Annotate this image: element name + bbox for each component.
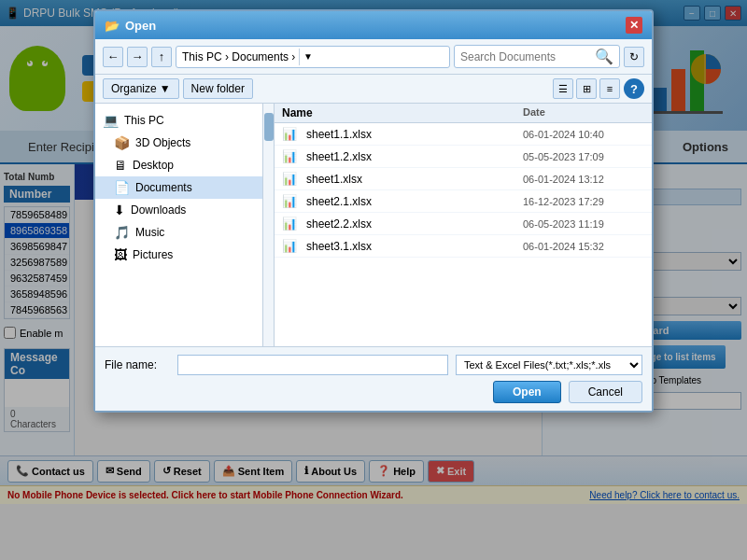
- dialog-title-text: Open: [125, 19, 156, 33]
- breadcrumb: This PC › Documents › ▼: [176, 46, 450, 68]
- excel-icon: 📊: [282, 149, 301, 163]
- file-list: Name Date 📊 sheet1.1.xlsx 06-01-2024 10:…: [275, 104, 652, 346]
- dialog-footer: File name: Text & Excel Files(*.txt;*.xl…: [95, 346, 652, 411]
- file-row[interactable]: 📊 sheet1.1.xlsx 06-01-2024 10:40: [275, 123, 652, 146]
- file-row[interactable]: 📊 sheet3.1.xlsx 06-01-2024 15:32: [275, 235, 652, 258]
- excel-icon: 📊: [282, 172, 301, 186]
- back-button[interactable]: ←: [103, 47, 123, 67]
- breadcrumb-dropdown[interactable]: ▼: [299, 49, 316, 65]
- file-row[interactable]: 📊 sheet1.xlsx 06-01-2024 13:12: [275, 168, 652, 190]
- file-name: sheet1.xlsx: [306, 173, 523, 186]
- scroll-thumb: [264, 113, 274, 141]
- excel-icon: 📊: [282, 239, 301, 253]
- file-name: sheet2.2.xlsx: [306, 217, 523, 231]
- dialog-overlay: 📂 Open ✕ ← → ↑ This PC › Documents › ▼ 🔍…: [0, 0, 747, 560]
- tree-item-pictures[interactable]: 🖼 Pictures: [95, 244, 262, 266]
- file-name: sheet3.1.xlsx: [306, 240, 523, 253]
- tree-label-downloads: Downloads: [131, 203, 186, 217]
- file-date: 06-01-2024 10:40: [523, 129, 644, 140]
- excel-icon: 📊: [282, 217, 301, 231]
- excel-icon: 📊: [282, 194, 301, 208]
- tree-item-music[interactable]: 🎵 Music: [95, 221, 262, 244]
- tree-label-music: Music: [135, 226, 164, 239]
- dialog-titlebar: 📂 Open ✕: [95, 11, 652, 39]
- forward-button[interactable]: →: [127, 47, 148, 67]
- new-folder-button[interactable]: New folder: [183, 78, 253, 99]
- tree-label-desktop: Desktop: [133, 159, 174, 172]
- date-column-header: Date: [523, 106, 644, 119]
- tree-label-pictures: Pictures: [133, 248, 173, 261]
- tree-item-3d-objects[interactable]: 📦 3D Objects: [95, 132, 262, 154]
- this-pc-icon: 💻: [103, 113, 119, 128]
- filename-input[interactable]: [177, 355, 448, 375]
- downloads-icon: ⬇: [114, 203, 125, 217]
- tree-item-desktop[interactable]: 🖥 Desktop: [95, 154, 262, 176]
- filetype-select[interactable]: Text & Excel Files(*.txt;*.xls;*.xls: [456, 355, 642, 375]
- file-date: 06-01-2024 13:12: [523, 174, 644, 185]
- documents-icon: 📄: [114, 180, 130, 195]
- up-button[interactable]: ↑: [151, 47, 172, 67]
- file-name: sheet1.1.xlsx: [306, 128, 523, 141]
- tree-label-this-pc: This PC: [124, 114, 164, 127]
- file-row[interactable]: 📊 sheet2.1.xlsx 16-12-2023 17:29: [275, 190, 652, 213]
- file-date: 06-05-2023 11:19: [523, 218, 644, 230]
- tree-label-documents: Documents: [135, 181, 192, 194]
- view-list-button[interactable]: ☰: [553, 78, 573, 99]
- excel-icon: 📊: [282, 127, 301, 141]
- dialog-folder-icon: 📂: [105, 19, 120, 33]
- tree-item-this-pc[interactable]: 💻 This PC: [95, 109, 262, 132]
- file-name: sheet1.2.xlsx: [306, 150, 523, 163]
- cancel-button[interactable]: Cancel: [569, 381, 642, 403]
- view-detail-button[interactable]: ≡: [599, 78, 620, 99]
- file-row[interactable]: 📊 sheet1.2.xlsx 05-05-2023 17:09: [275, 146, 652, 168]
- organize-chevron: ▼: [160, 82, 171, 95]
- dialog-body: 💻 This PC 📦 3D Objects 🖥 Desktop 📄 Docum…: [95, 104, 652, 346]
- search-input[interactable]: [460, 50, 591, 63]
- breadcrumb-text: This PC › Documents ›: [182, 50, 295, 63]
- dialog-toolbar: ← → ↑ This PC › Documents › ▼ 🔍 ↻: [95, 39, 652, 75]
- search-icon: 🔍: [595, 48, 613, 65]
- name-column-header: Name: [282, 106, 523, 119]
- organize-button[interactable]: Organize ▼: [103, 78, 179, 99]
- filename-row: File name: Text & Excel Files(*.txt;*.xl…: [105, 355, 642, 375]
- open-button[interactable]: Open: [493, 381, 561, 403]
- dialog-buttons: Open Cancel: [105, 381, 642, 403]
- tree-item-downloads[interactable]: ⬇ Downloads: [95, 199, 262, 221]
- dialog-title: 📂 Open: [105, 19, 156, 33]
- dialog-help-button[interactable]: ?: [624, 78, 644, 99]
- dialog-actions-bar: Organize ▼ New folder ☰ ⊞ ≡ ?: [95, 75, 652, 104]
- dialog-close-button[interactable]: ✕: [626, 17, 642, 34]
- pictures-icon: 🖼: [114, 247, 127, 262]
- file-name: sheet2.1.xlsx: [306, 195, 523, 208]
- file-row[interactable]: 📊 sheet2.2.xlsx 06-05-2023 11:19: [275, 213, 652, 235]
- desktop-icon: 🖥: [114, 158, 127, 173]
- tree-item-documents[interactable]: 📄 Documents: [95, 176, 262, 199]
- file-tree: 💻 This PC 📦 3D Objects 🖥 Desktop 📄 Docum…: [95, 104, 263, 346]
- music-icon: 🎵: [114, 225, 130, 240]
- tree-label-3d: 3D Objects: [135, 136, 190, 149]
- view-grid-button[interactable]: ⊞: [576, 78, 597, 99]
- search-box: 🔍: [454, 45, 620, 68]
- file-list-header: Name Date: [275, 104, 652, 123]
- file-date: 05-05-2023 17:09: [523, 151, 644, 162]
- refresh-button[interactable]: ↻: [624, 47, 644, 67]
- tree-scrollbar[interactable]: [263, 104, 275, 346]
- open-dialog: 📂 Open ✕ ← → ↑ This PC › Documents › ▼ 🔍…: [93, 9, 654, 413]
- 3d-objects-icon: 📦: [114, 135, 130, 150]
- organize-label: Organize: [111, 82, 157, 95]
- file-date: 16-12-2023 17:29: [523, 196, 644, 207]
- filename-label: File name:: [105, 358, 170, 371]
- file-date: 06-01-2024 15:32: [523, 241, 644, 252]
